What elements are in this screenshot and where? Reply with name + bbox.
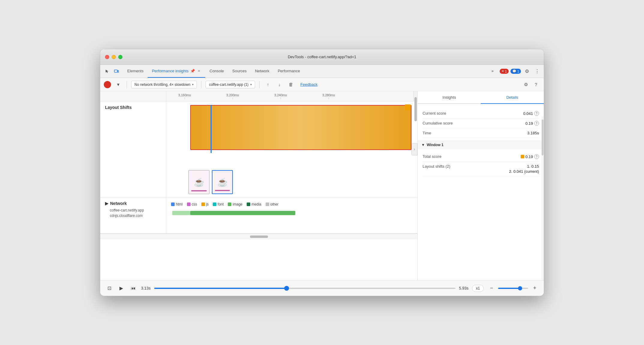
tab-elements[interactable]: Elements (123, 65, 148, 78)
download-icon[interactable]: ↓ (275, 80, 284, 89)
thumb-line-1 (191, 190, 207, 191)
layout-shift-box[interactable] (190, 105, 411, 150)
html-dot (171, 202, 175, 206)
network-bar-row-1 (166, 209, 417, 217)
delete-icon[interactable]: 🗑 (287, 80, 295, 89)
tab-performance[interactable]: Performance (273, 65, 304, 78)
total-score-value: 0.19 ? (521, 154, 539, 159)
network-label-col: ▶ Network coffee-cart.netlify.app cdnjs.… (100, 197, 166, 233)
timeline-header: 3,160ms 3,200ms 3,240ms 3,280ms (100, 91, 417, 101)
skip-back-icon[interactable]: ⏮ (129, 284, 137, 292)
progress-thumb[interactable] (284, 286, 289, 291)
throttling-dropdown[interactable]: No network throttling, 4× slowdown ▾ (131, 81, 197, 88)
time-label: Time (423, 131, 431, 135)
triangle-icon: ▶ (105, 201, 108, 206)
network-urls: coffee-cart.netlify.app cdnjs.cloudflare… (105, 208, 161, 218)
timeline-label-col (100, 91, 166, 101)
tab-performance-insights[interactable]: Performance insights 📌 ✕ (148, 65, 205, 78)
errors-badge[interactable]: ✕ 1 (500, 69, 509, 74)
network-title[interactable]: ▶ Network (105, 201, 161, 206)
layout-shifts-label: Layout Shifts (100, 101, 166, 197)
device-icon[interactable] (112, 67, 121, 76)
time-end: 5.93s (459, 286, 469, 290)
expand-button[interactable]: › (411, 143, 417, 155)
timeline-ticks: 3,160ms 3,200ms 3,240ms 3,280ms (166, 91, 413, 101)
maximize-button[interactable] (118, 55, 122, 59)
profile-dropdown[interactable]: coffee-cart.netlify.app (1) ▾ (206, 81, 255, 88)
traffic-lights (105, 55, 122, 59)
tab-network[interactable]: Network (251, 65, 274, 78)
layout-shifts-detail-label: Layout shifts (2) (423, 164, 450, 169)
main-content: 3,160ms 3,200ms 3,240ms 3,280ms (100, 91, 544, 280)
pin-icon: 📌 (190, 69, 195, 73)
right-scroll-thumb[interactable] (542, 119, 543, 155)
gear-icon[interactable]: ⚙ (522, 80, 530, 89)
cumulative-score-row: Cumulative score 0.19 ? (423, 118, 539, 128)
title-bar: DevTools - coffee-cart.netlify.app/?ad=1 (100, 49, 544, 65)
tab-insights[interactable]: Insights (418, 91, 481, 104)
tab-sources[interactable]: Sources (228, 65, 251, 78)
tick-4: 3,280ms (322, 93, 335, 99)
url-2[interactable]: cdnjs.cloudflare.com (110, 214, 161, 218)
cumulative-score-help[interactable]: ? (534, 121, 539, 126)
cumulative-score-value: 0.19 ? (525, 121, 539, 126)
record-button[interactable] (104, 81, 111, 88)
play-button[interactable]: ▶ (117, 284, 125, 292)
net-bar-leading (172, 211, 190, 215)
zoom-in-icon[interactable]: + (531, 284, 539, 292)
font-dot (213, 202, 216, 206)
other-dot (266, 202, 269, 206)
progress-fill (154, 288, 287, 289)
more-options-icon[interactable]: ⋮ (533, 67, 541, 76)
speed-button[interactable]: x1 (472, 285, 484, 292)
tab-console[interactable]: Console (205, 65, 228, 78)
tick-1: 3,160ms (178, 93, 191, 99)
separator-1 (127, 81, 127, 88)
zoom-thumb[interactable] (518, 286, 522, 290)
close-button[interactable] (105, 55, 109, 59)
legend-html: html (171, 202, 183, 206)
h-scroll-thumb[interactable] (250, 236, 268, 238)
zoom-slider[interactable] (498, 288, 528, 289)
total-score-help[interactable]: ? (534, 154, 539, 159)
info-badge[interactable]: 💬 1 (510, 69, 521, 74)
chevron-down-icon-3: ▼ (421, 143, 425, 147)
media-dot (247, 202, 250, 206)
cursor-icon[interactable] (103, 67, 111, 76)
legend-image: image (228, 202, 242, 206)
legend-js: js (201, 202, 209, 206)
horizontal-scrollbar[interactable] (100, 233, 417, 239)
feedback-link[interactable]: Feedback (300, 82, 317, 87)
thumb-icon-2: ☕ (217, 177, 228, 187)
layout-shifts-detail-value: 1. 0.15 2. 0.041 (current) (509, 164, 539, 174)
progress-bar[interactable] (154, 288, 456, 289)
controls-bar: ⊡ ▶ ⏮ 3.13s 5.93s x1 − + (100, 280, 544, 296)
url-1[interactable]: coffee-cart.netlify.app (110, 208, 161, 212)
tab-details[interactable]: Details (481, 91, 544, 104)
css-dot (187, 202, 191, 206)
help-icon[interactable]: ? (532, 80, 540, 89)
more-tabs-button[interactable]: » (487, 65, 498, 78)
upload-icon[interactable]: ↑ (264, 80, 272, 89)
legend-media: media (247, 202, 261, 206)
window-1-header[interactable]: ▼ Window 1 (418, 140, 544, 149)
right-scrollbar[interactable] (541, 116, 544, 280)
zoom-out-icon[interactable]: − (487, 284, 496, 292)
legend-other: other (266, 202, 278, 206)
devtools-window: DevTools - coffee-cart.netlify.app/?ad=1… (100, 49, 544, 296)
right-panel-tabs: Insights Details (418, 91, 544, 104)
close-tab-icon[interactable]: ✕ (197, 69, 201, 73)
thumbnail-2[interactable]: ☕ (212, 170, 233, 194)
dropdown-arrow-icon[interactable]: ▾ (114, 80, 122, 89)
screenshot-icon[interactable]: ⊡ (105, 284, 113, 292)
chevron-down-icon: ▾ (192, 83, 194, 86)
vertical-scrollbar[interactable] (413, 91, 417, 101)
current-score-value: 0.041 ? (523, 111, 539, 116)
current-score-help[interactable]: ? (534, 111, 539, 116)
thumbnail-1[interactable]: ☕ (188, 170, 209, 194)
layout-shifts-row: Layout Shifts ☕ (100, 101, 417, 197)
layout-shifts-content[interactable]: ☕ ☕ › (166, 101, 417, 197)
settings-icon[interactable]: ⚙ (523, 67, 531, 76)
svg-rect-0 (114, 70, 117, 72)
minimize-button[interactable] (112, 55, 116, 59)
